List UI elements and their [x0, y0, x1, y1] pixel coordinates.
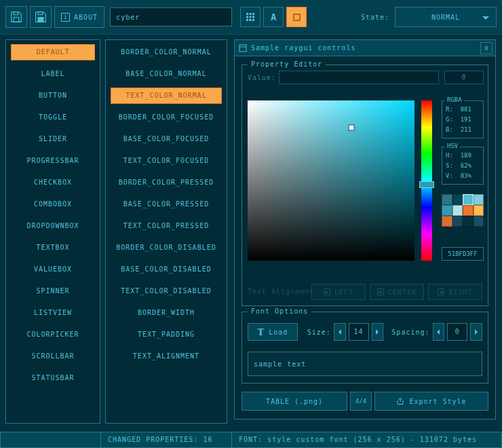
- property-item-text_color_disabled[interactable]: TEXT_COLOR_DISABLED: [111, 283, 222, 299]
- font-atlas-button[interactable]: A: [263, 7, 284, 27]
- style-table-button[interactable]: [240, 7, 260, 27]
- font-options-row: T Load Size: 14 Spacing: 0: [248, 323, 482, 341]
- control-item-listview[interactable]: LISTVIEW: [11, 305, 95, 321]
- property-editor-group: Property Editor Value: 0 RGBA R: 081 G: …: [242, 64, 488, 306]
- control-item-button[interactable]: BUTTON: [11, 88, 95, 104]
- property-item-border_color_focused[interactable]: BORDER_COLOR_FOCUSED: [111, 109, 222, 126]
- control-item-spinner[interactable]: SPINNER: [11, 283, 95, 299]
- font-spacing-increase-button[interactable]: [470, 323, 482, 341]
- rgba-group: RGBA R: 081 G: 191 B: 211: [442, 100, 484, 138]
- palette-cell[interactable]: [463, 194, 474, 205]
- align-left-button[interactable]: LEFT: [311, 284, 366, 300]
- property-item-border_color_pressed[interactable]: BORDER_COLOR_PRESSED: [111, 174, 222, 191]
- control-item-toggle[interactable]: TOGGLE: [11, 109, 95, 126]
- align-center-label: CENTER: [388, 288, 417, 296]
- control-item-progressbar[interactable]: PROGRESSBAR: [11, 153, 95, 169]
- property-item-border_width[interactable]: BORDER_WIDTH: [111, 305, 222, 321]
- property-item-text_alignment[interactable]: TEXT_ALIGNMENT: [111, 348, 222, 365]
- floppy-save-as-icon: [35, 11, 47, 23]
- view-toggle-group: A: [240, 7, 309, 27]
- controls-list: DEFAULTLABELBUTTONTOGGLESLIDERPROGRESSBA…: [5, 39, 100, 424]
- font-size-increase-button[interactable]: [372, 323, 384, 341]
- export-format-counter[interactable]: 4/4: [350, 392, 372, 411]
- control-item-valuebox[interactable]: VALUEBOX: [11, 261, 95, 278]
- export-format-combobox[interactable]: TABLE (.png): [242, 392, 347, 411]
- palette-cell[interactable]: [463, 216, 474, 227]
- value-box[interactable]: 0: [444, 71, 484, 84]
- control-item-default[interactable]: DEFAULT: [11, 44, 95, 60]
- rgba-b-value: B: 211: [442, 125, 483, 135]
- palette-cell[interactable]: [452, 205, 463, 216]
- hex-color-input[interactable]: [442, 247, 484, 261]
- style-name-input[interactable]: [110, 7, 232, 26]
- control-item-combobox[interactable]: COMBOBOX: [11, 196, 95, 212]
- statusbar-font-info: FONT: style custom font (256 x 256) - 13…: [231, 432, 502, 448]
- control-item-statusbar[interactable]: STATUSBAR: [11, 370, 95, 386]
- font-size-label: Size:: [307, 329, 331, 336]
- about-label: ABOUT: [74, 14, 98, 21]
- export-row: TABLE (.png) 4/4 Export Style: [242, 392, 488, 411]
- color-panel-button[interactable]: [286, 7, 307, 27]
- close-icon[interactable]: x: [480, 42, 493, 54]
- property-item-text_color_normal[interactable]: TEXT_COLOR_NORMAL: [111, 88, 222, 104]
- save-style-button[interactable]: [5, 6, 27, 28]
- hsv-group: HSV H: 189 S: 62% V: 83%: [442, 147, 484, 185]
- property-item-base_color_normal[interactable]: BASE_COLOR_NORMAL: [111, 66, 222, 82]
- property-editor-label: Property Editor: [248, 60, 326, 68]
- state-label: State:: [361, 14, 389, 21]
- color-picker-area[interactable]: [248, 100, 414, 261]
- font-spacing-decrease-button[interactable]: [433, 323, 445, 341]
- palette-cell[interactable]: [474, 194, 484, 205]
- font-size-decrease-button[interactable]: [334, 323, 346, 341]
- property-item-border_color_normal[interactable]: BORDER_COLOR_NORMAL: [111, 44, 222, 60]
- property-item-text_padding[interactable]: TEXT_PADDING: [111, 326, 222, 343]
- align-right-label: RIGHT: [448, 288, 472, 296]
- font-a-icon: A: [271, 12, 276, 22]
- palette-cell[interactable]: [442, 216, 452, 227]
- control-item-label[interactable]: LABEL: [11, 66, 95, 82]
- control-item-checkbox[interactable]: CHECKBOX: [11, 174, 95, 191]
- state-dropdown[interactable]: NORMAL: [395, 7, 497, 27]
- align-right-button[interactable]: RIGHT: [428, 284, 482, 300]
- control-item-slider[interactable]: SLIDER: [11, 131, 95, 147]
- sample-text-input[interactable]: [248, 352, 482, 376]
- control-item-scrollbar[interactable]: SCROLLBAR: [11, 348, 95, 365]
- about-button[interactable]: i ABOUT: [54, 6, 104, 28]
- hue-slider[interactable]: [421, 100, 432, 261]
- font-size-value[interactable]: 14: [349, 323, 369, 341]
- state-value: NORMAL: [431, 14, 460, 21]
- align-left-icon: [324, 288, 330, 295]
- control-item-textbox[interactable]: TEXTBOX: [11, 240, 95, 256]
- font-spacing-value[interactable]: 0: [447, 323, 467, 341]
- chevron-right-icon: [376, 329, 379, 335]
- window-titlebar[interactable]: Sample raygui controls x: [235, 40, 495, 56]
- palette-cell[interactable]: [474, 216, 484, 227]
- statusbar-changed-properties: CHANGED PROPERTIES: 16: [100, 432, 232, 448]
- toolbar: i ABOUT A State: NORMAL: [0, 0, 502, 35]
- load-font-button[interactable]: T Load: [248, 323, 298, 341]
- control-item-dropdownbox[interactable]: DROPDOWNBOX: [11, 218, 95, 234]
- save-style-as-button[interactable]: [30, 6, 52, 28]
- font-t-icon: T: [257, 327, 264, 337]
- property-item-base_color_pressed[interactable]: BASE_COLOR_PRESSED: [111, 196, 222, 212]
- statusbar-left: [0, 432, 101, 448]
- palette-cell[interactable]: [442, 194, 452, 205]
- value-input[interactable]: [279, 71, 439, 84]
- align-center-button[interactable]: CENTER: [370, 284, 424, 300]
- property-item-base_color_focused[interactable]: BASE_COLOR_FOCUSED: [111, 131, 222, 147]
- property-item-base_color_disabled[interactable]: BASE_COLOR_DISABLED: [111, 261, 222, 278]
- chevron-down-icon: [482, 16, 489, 20]
- hue-slider-handle[interactable]: [419, 181, 434, 188]
- property-item-text_color_focused[interactable]: TEXT_COLOR_FOCUSED: [111, 153, 222, 169]
- property-item-text_color_pressed[interactable]: TEXT_COLOR_PRESSED: [111, 218, 222, 234]
- export-style-button[interactable]: Export Style: [374, 392, 488, 411]
- palette-cell[interactable]: [474, 205, 484, 216]
- palette-cell[interactable]: [442, 205, 452, 216]
- palette-cell[interactable]: [452, 216, 463, 227]
- control-item-colorpicker[interactable]: COLORPICKER: [11, 326, 95, 343]
- rgba-label: RGBA: [445, 96, 464, 103]
- picker-cursor[interactable]: [349, 126, 353, 130]
- palette-cell[interactable]: [463, 205, 474, 216]
- property-item-border_color_disabled[interactable]: BORDER_COLOR_DISABLED: [111, 240, 222, 256]
- palette-cell[interactable]: [452, 194, 463, 205]
